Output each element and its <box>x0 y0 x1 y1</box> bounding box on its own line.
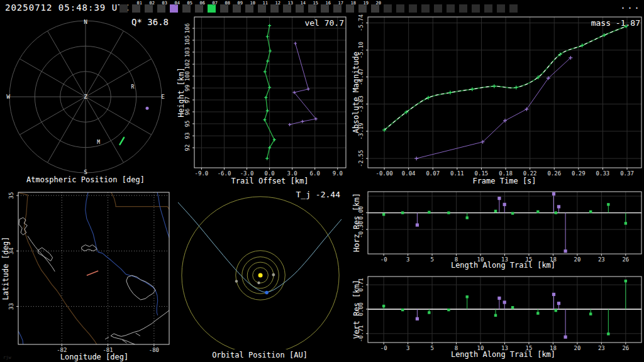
planet-venus <box>272 273 275 277</box>
chart-vert_res: -0358101315182023260.710.00-0.71 <box>358 277 641 351</box>
svg-text:23: 23 <box>598 345 605 351</box>
status-box[interactable]: 16 <box>321 4 329 13</box>
watermark: rjw <box>3 355 11 360</box>
status-box-number: 12 <box>275 1 280 6</box>
q-value-annotation: Q* 36.8 <box>131 17 169 27</box>
status-box-number: 16 <box>326 1 331 6</box>
sun <box>258 273 263 277</box>
status-box[interactable]: 18 <box>346 4 354 13</box>
height-axis-label: Height [km] <box>177 67 186 117</box>
status-box[interactable] <box>497 4 505 13</box>
map-island-1 <box>136 333 140 336</box>
status-box[interactable]: 10 <box>245 4 253 13</box>
status-box[interactable]: 04 <box>170 4 178 13</box>
status-box[interactable]: 19 <box>358 4 367 13</box>
map-lake-marion <box>126 275 155 300</box>
status-box-number: 02 <box>150 1 155 6</box>
map-river-northeast <box>157 192 170 239</box>
svg-text:23: 23 <box>598 256 605 263</box>
chart-magnitude: -0.000.040.070.110.150.180.220.260.290.3… <box>358 14 641 177</box>
status-box[interactable]: 14 <box>296 4 304 13</box>
status-box[interactable]: 17 <box>333 4 341 13</box>
status-box[interactable]: 08 <box>220 4 228 13</box>
status-box[interactable]: 05 <box>182 4 191 13</box>
status-box[interactable] <box>472 4 480 13</box>
status-box-number: 01 <box>137 1 142 6</box>
svg-text:-0: -0 <box>380 256 387 263</box>
frame-time-axis-label: Frame Time [s] <box>410 177 599 185</box>
status-box[interactable] <box>447 4 455 13</box>
svg-text:-5.74: -5.74 <box>358 14 364 31</box>
map-state-border-north <box>111 192 170 210</box>
status-box[interactable]: 07 <box>208 4 216 13</box>
svg-text:6.0: 6.0 <box>310 170 320 177</box>
svg-text:26: 26 <box>622 345 629 351</box>
status-box[interactable]: 12 <box>270 4 279 13</box>
status-box-number: 09 <box>238 1 243 6</box>
map-island-3 <box>105 337 109 339</box>
status-box[interactable] <box>484 4 492 13</box>
svg-text:0.04: 0.04 <box>402 170 416 177</box>
status-box[interactable]: 13 <box>283 4 291 13</box>
svg-text:0.11: 0.11 <box>450 170 464 177</box>
svg-text:-0: -0 <box>380 345 387 351</box>
radiant-dot <box>146 107 149 110</box>
svg-text:-6.0: -6.0 <box>218 170 231 177</box>
status-box-number: 14 <box>301 1 306 6</box>
svg-text:M: M <box>97 140 100 145</box>
meteor-streak <box>120 138 125 145</box>
svg-text:9.0: 9.0 <box>333 170 343 177</box>
map-lakes-chain <box>28 236 55 272</box>
status-box-number: 03 <box>162 1 167 6</box>
status-box[interactable]: 11 <box>258 4 266 13</box>
status-box-number: 08 <box>225 1 230 6</box>
status-box[interactable] <box>459 4 467 13</box>
svg-text:103: 103 <box>184 47 191 57</box>
svg-text:0.07: 0.07 <box>426 170 440 177</box>
status-box-number: 05 <box>187 1 192 6</box>
overflow-menu[interactable]: ... <box>620 0 641 11</box>
svg-text:0.15: 0.15 <box>475 170 489 177</box>
status-box[interactable]: 06 <box>195 4 203 13</box>
status-box[interactable] <box>119 4 128 13</box>
svg-text:-2.55: -2.55 <box>358 150 364 167</box>
atmospheric-title: Atmospheric Position [deg] <box>0 175 171 184</box>
status-boxes: 0102030405060708091011121314151617181920 <box>119 4 518 13</box>
status-box[interactable]: 20 <box>371 4 379 13</box>
status-box[interactable] <box>384 4 392 13</box>
svg-text:0.26: 0.26 <box>547 170 561 177</box>
status-box-number: 13 <box>288 1 293 6</box>
svg-text:93: 93 <box>184 133 191 140</box>
status-box[interactable] <box>396 4 404 13</box>
status-box[interactable] <box>509 4 518 13</box>
chart-height_profile: -9.0-6.0-3.00.03.06.09.01061051031021009… <box>184 17 346 177</box>
svg-text:26: 26 <box>622 256 629 263</box>
status-box[interactable]: 15 <box>308 4 316 13</box>
orbital-title: Orbital Position [AU] <box>165 351 354 359</box>
svg-text:-0.00: -0.00 <box>376 170 393 177</box>
status-box[interactable]: 09 <box>233 4 241 13</box>
length-along-trail-label-1: Length Along Trail [km] <box>409 261 597 270</box>
map-lake-central <box>82 245 97 251</box>
status-box[interactable]: 02 <box>145 4 153 13</box>
svg-text:Z: Z <box>84 93 87 100</box>
status-box[interactable] <box>434 4 442 13</box>
status-box-number: 15 <box>313 1 318 6</box>
planet-mercury <box>257 282 260 284</box>
meteor-ground-track <box>87 271 98 275</box>
svg-text:S: S <box>84 168 87 175</box>
status-box-number: 20 <box>376 1 381 6</box>
map-coastline <box>111 310 169 344</box>
planet-mars <box>235 280 238 282</box>
longitude-axis-label: Longitude [deg] <box>0 353 189 361</box>
svg-text:W: W <box>6 93 10 100</box>
svg-text:33: 33 <box>8 303 14 310</box>
status-box[interactable] <box>409 4 417 13</box>
status-box[interactable]: 03 <box>157 4 165 13</box>
svg-text:3.0: 3.0 <box>287 170 297 177</box>
status-box-number: 18 <box>351 1 356 6</box>
chart-atmospheric: NSEWZRM <box>6 18 165 175</box>
status-box[interactable] <box>421 4 430 13</box>
status-box[interactable]: 01 <box>132 4 140 13</box>
svg-text:95: 95 <box>184 120 191 127</box>
